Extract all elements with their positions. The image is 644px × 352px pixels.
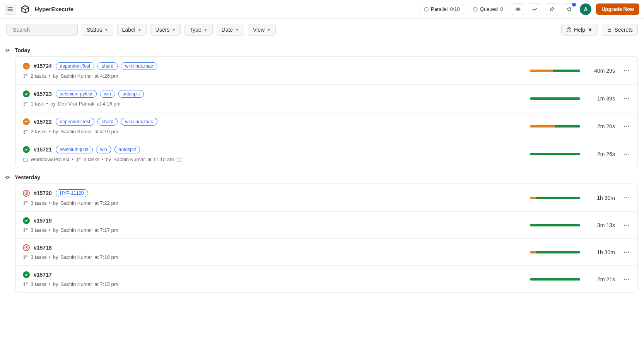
job-more-button[interactable]: ···: [623, 151, 630, 157]
job-more-button[interactable]: ···: [623, 222, 630, 228]
job-row[interactable]: #15724dependentTestshardwin,linux,mac2 t…: [16, 57, 637, 85]
job-more-button[interactable]: ···: [623, 249, 630, 255]
analytics-icon-button[interactable]: [529, 3, 541, 15]
job-progress-bar: [530, 251, 580, 253]
job-row[interactable]: #15722dependentTestshardwin,linux,mac2 t…: [16, 112, 637, 140]
job-tag[interactable]: dependentTest: [56, 118, 95, 126]
job-duration: 40m 29s: [588, 68, 615, 74]
job-meta: 3 tasks•bySachin Kumarat 7:17 pm: [23, 227, 522, 233]
job-time: at 7:17 pm: [94, 227, 118, 233]
job-id: #15722: [34, 119, 52, 125]
menu-icon: [7, 6, 13, 12]
svg-point-23: [24, 231, 25, 232]
job-tag[interactable]: selenium-junit: [56, 146, 93, 153]
circle-icon: [424, 7, 429, 12]
job-row[interactable]: #157173 tasks•bySachin Kumarat 7:15 pm2m…: [16, 266, 637, 292]
notification-dot: [572, 3, 576, 7]
job-tag[interactable]: dependentTest: [56, 62, 95, 70]
job-duration: 1h 30m: [588, 195, 615, 201]
audio-icon-button[interactable]: [512, 3, 524, 15]
chevron-down-icon: ▼: [172, 28, 176, 32]
svg-point-3: [6, 49, 9, 51]
job-tag[interactable]: win,linux,mac: [121, 118, 157, 126]
branch-icon: [23, 101, 28, 107]
job-more-button[interactable]: ···: [623, 276, 630, 282]
job-id: #15717: [34, 272, 52, 278]
search-input[interactable]: [13, 27, 80, 33]
svg-point-20: [24, 204, 25, 205]
job-tags: dependentTestshardwin,linux,mac: [56, 118, 157, 126]
job-row[interactable]: #15723selenium-pytestwinautosplit1 task•…: [16, 85, 637, 112]
branch-icon: [23, 129, 28, 134]
job-duration: 2m 26s: [588, 151, 615, 157]
job-more-button[interactable]: ···: [623, 195, 630, 201]
job-duration: 1m 39s: [588, 95, 615, 102]
link-icon-button[interactable]: [546, 3, 558, 15]
notifications-icon-button[interactable]: [563, 3, 575, 15]
job-time: at 7:22 pm: [94, 200, 118, 206]
job-row[interactable]: #15720HYP-111203 tasks•bySachin Kumarat …: [16, 184, 637, 212]
search-box[interactable]: [6, 24, 78, 36]
filter-type[interactable]: Type▼: [184, 24, 212, 36]
help-button[interactable]: Help ▼: [561, 24, 598, 36]
job-meta: 2 tasks•bySachin Kumarat 4:26 pm: [23, 73, 522, 79]
job-row[interactable]: #157193 tasks•bySachin Kumarat 7:17 pm3m…: [16, 212, 637, 239]
menu-toggle-button[interactable]: [5, 4, 15, 15]
job-tag[interactable]: shard: [97, 118, 118, 126]
chevron-down-icon: ▼: [104, 28, 108, 32]
secrets-button[interactable]: Secrets: [602, 24, 638, 36]
job-tag[interactable]: shard: [97, 62, 118, 70]
job-tag[interactable]: win,linux,mac: [121, 62, 157, 70]
queued-label: Queued: [480, 6, 498, 12]
job-user: Dev Vrat Pathak: [58, 101, 94, 107]
job-more-button[interactable]: ···: [623, 95, 630, 102]
megaphone-icon: [566, 6, 572, 12]
filter-date[interactable]: Date▼: [217, 24, 244, 36]
job-row[interactable]: #15721selenium-junitwinautosplitWorkflow…: [16, 140, 637, 168]
job-id: #15724: [34, 63, 52, 69]
status-success-icon: [23, 217, 30, 224]
job-time: at 7:15 pm: [94, 281, 118, 287]
job-tag[interactable]: win: [96, 146, 111, 153]
svg-point-27: [24, 258, 25, 259]
job-row[interactable]: #157183 tasks•bySachin Kumarat 7:16 pm1h…: [16, 239, 637, 266]
queued-pill[interactable]: Queued 0: [469, 4, 507, 14]
job-user: Sachin Kumar: [60, 200, 92, 206]
branch-icon: [23, 228, 28, 233]
svg-point-5: [24, 77, 25, 78]
job-tag[interactable]: autosplit: [114, 146, 140, 153]
user-avatar[interactable]: A: [580, 3, 591, 15]
job-progress-bar: [530, 278, 580, 281]
job-more-button[interactable]: ···: [623, 123, 630, 129]
job-progress-bar: [530, 153, 580, 155]
job-tag[interactable]: selenium-pytest: [56, 90, 97, 98]
job-duration: 2m 20s: [588, 123, 615, 129]
svg-point-13: [77, 158, 78, 159]
chart-icon: [532, 6, 538, 12]
job-tag[interactable]: win: [100, 90, 115, 98]
job-tag[interactable]: HYP-11120: [56, 189, 88, 197]
filter-view[interactable]: View▼: [248, 24, 276, 36]
job-progress-bar: [530, 70, 580, 72]
job-progress-bar: [530, 97, 580, 100]
job-tag[interactable]: autosplit: [118, 90, 144, 98]
svg-point-10: [24, 130, 25, 131]
job-duration: 1h 30m: [588, 249, 615, 255]
job-time: at 4:16 pm: [97, 101, 120, 107]
filter-label[interactable]: Label▼: [117, 24, 147, 36]
chevron-down-icon: ▼: [204, 28, 208, 32]
job-time: at 4:10 pm: [94, 129, 118, 134]
svg-point-22: [24, 228, 25, 230]
progress-segment: [530, 197, 536, 199]
parallel-pill[interactable]: Parallel 0/10: [420, 4, 464, 14]
folder-icon: [23, 157, 28, 162]
svg-point-30: [24, 285, 25, 286]
upgrade-button[interactable]: Upgrade Now: [596, 3, 639, 15]
filter-status[interactable]: Status▼: [82, 24, 113, 36]
progress-segment: [530, 70, 553, 72]
job-group: #15720HYP-111203 tasks•bySachin Kumarat …: [15, 184, 638, 293]
filter-users[interactable]: Users▼: [150, 24, 181, 36]
filterbar: Status▼ Label▼ Users▼ Type▼ Date▼ View▼ …: [0, 19, 644, 41]
job-tasks: 3 tasks: [31, 227, 46, 233]
job-more-button[interactable]: ···: [623, 68, 630, 74]
